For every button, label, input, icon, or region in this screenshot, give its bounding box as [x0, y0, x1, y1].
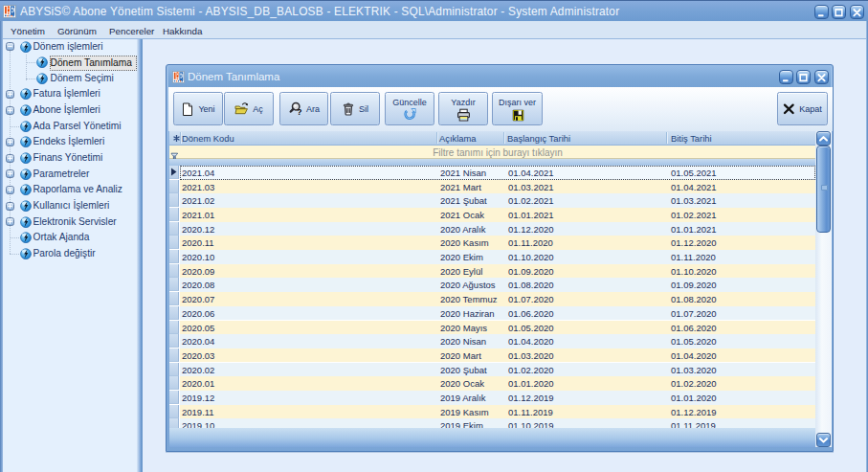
svg-text:?: ?: [297, 107, 301, 116]
